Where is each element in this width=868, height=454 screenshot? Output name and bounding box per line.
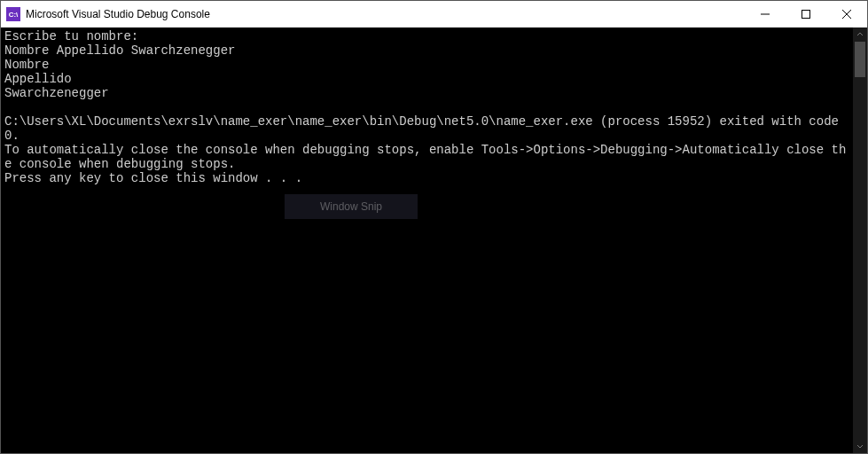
chevron-up-icon — [856, 31, 864, 38]
console-line: C:\Users\XL\Documents\exrslv\name_exer\n… — [4, 114, 849, 143]
scroll-up-arrow[interactable] — [853, 27, 867, 42]
scroll-down-arrow[interactable] — [853, 439, 867, 453]
scroll-thumb[interactable] — [855, 42, 865, 77]
maximize-icon — [802, 10, 810, 19]
console-line: Nombre — [4, 58, 849, 72]
console-line: Nombre Appellido Swarchzenegger — [4, 43, 849, 58]
chevron-down-icon — [856, 442, 864, 450]
window-controls — [745, 1, 867, 27]
console-line: To automatically close the console when … — [4, 143, 849, 171]
minimize-button[interactable] — [745, 1, 786, 27]
window-titlebar[interactable]: C:\ Microsoft Visual Studio Debug Consol… — [1, 1, 867, 27]
console-line: Swarchzenegger — [4, 86, 849, 100]
console-line: Press any key to close this window . . . — [4, 171, 849, 185]
close-icon — [842, 10, 851, 19]
console-output[interactable]: Escribe tu nombre:Nombre Appellido Swarc… — [1, 27, 853, 453]
app-icon: C:\ — [6, 7, 20, 21]
console-line: Appellido — [4, 72, 849, 86]
console-line: Escribe tu nombre: — [4, 29, 849, 43]
console-area: Escribe tu nombre:Nombre Appellido Swarc… — [1, 27, 867, 453]
close-button[interactable] — [826, 1, 867, 27]
minimize-icon — [761, 10, 770, 19]
vertical-scrollbar[interactable] — [853, 27, 867, 453]
window-title: Microsoft Visual Studio Debug Console — [26, 8, 210, 20]
console-line — [4, 100, 849, 114]
svg-rect-1 — [802, 11, 810, 19]
maximize-button[interactable] — [786, 1, 826, 27]
